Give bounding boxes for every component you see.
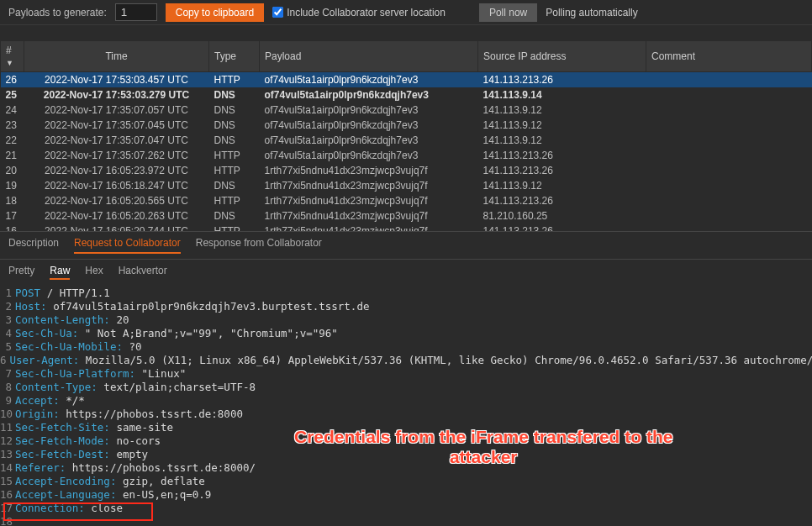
line-code: Accept-Encoding: gzip, deflate (15, 475, 205, 488)
editor-line: 8Content-Type: text/plain;charset=UTF-8 (0, 381, 812, 394)
line-number: 5 (0, 340, 15, 354)
line-number: 12 (0, 434, 15, 448)
line-code: Sec-Ch-Ua-Platform: "Linux" (15, 367, 186, 381)
line-number: 11 (0, 421, 15, 434)
line-number: 16 (0, 488, 15, 502)
col-num[interactable]: # ▼ (1, 41, 24, 72)
line-code: Content-Length: 20 (15, 313, 129, 327)
tab-request[interactable]: Request to Collaborator (74, 237, 181, 254)
line-number: 3 (0, 313, 15, 327)
line-number: 17 (0, 502, 15, 515)
table-row[interactable]: 172022-Nov-17 16:05:20.263 UTCDNS1rth77x… (1, 208, 812, 224)
line-code: Referer: https://phobos.tssrt.de:8000/ (15, 461, 256, 475)
line-code: Sec-Ch-Ua: " Not A;Brand";v="99", "Chrom… (15, 327, 338, 340)
line-number: 15 (0, 475, 15, 488)
editor-line: 2Host: of74vul5ta1airp0lpr9n6kzdqjh7ev3.… (0, 300, 812, 313)
editor-line: 16Accept-Language: en-US,en;q=0.9 (0, 488, 812, 502)
table-row[interactable]: 202022-Nov-17 16:05:23.972 UTCHTTP1rth77… (1, 163, 812, 178)
tab-raw[interactable]: Raw (50, 265, 70, 280)
tab-pretty[interactable]: Pretty (8, 265, 34, 280)
tab-response[interactable]: Response from Collaborator (196, 237, 322, 254)
request-editor[interactable]: 1POST / HTTP/1.12Host: of74vul5ta1airp0l… (0, 285, 812, 526)
line-code: Sec-Ch-Ua-Mobile: ?0 (15, 340, 142, 354)
line-number: 14 (0, 461, 15, 475)
line-number: 9 (0, 394, 15, 408)
editor-line: 7Sec-Ch-Ua-Platform: "Linux" (0, 367, 812, 381)
interactions-table-wrap: # ▼ Time Type Payload Source IP address … (0, 40, 812, 232)
line-code: Accept: */* (15, 394, 85, 408)
poll-button[interactable]: Poll now (479, 3, 537, 22)
sort-arrow-icon: ▼ (6, 59, 13, 67)
editor-line: 17Connection: close (0, 502, 812, 515)
col-type[interactable]: Type (209, 41, 260, 72)
table-row[interactable]: 222022-Nov-17 17:35:07.047 UTCDNSof74vul… (1, 133, 812, 148)
editor-line: 1POST / HTTP/1.1 (0, 287, 812, 300)
editor-line: 5Sec-Ch-Ua-Mobile: ?0 (0, 340, 812, 354)
col-comment[interactable]: Comment (646, 41, 812, 72)
line-code: Accept-Language: en-US,en;q=0.9 (15, 488, 211, 502)
line-number: 18 (0, 515, 15, 526)
toolbar: Payloads to generate: Copy to clipboard … (0, 0, 812, 25)
polling-status: Polling automatically (546, 7, 637, 18)
editor-line: 18 (0, 515, 812, 526)
table-row[interactable]: 262022-Nov-17 17:53:03.457 UTCHTTPof74vu… (1, 72, 812, 88)
line-code: Origin: https://phobos.tssrt.de:8000 (15, 408, 243, 421)
editor-line: 10Origin: https://phobos.tssrt.de:8000 (0, 408, 812, 421)
table-row[interactable]: 182022-Nov-17 16:05:20.565 UTCHTTP1rth77… (1, 193, 812, 208)
line-number: 2 (0, 300, 15, 313)
line-number: 10 (0, 408, 15, 421)
line-code: Sec-Fetch-Site: same-site (15, 421, 173, 434)
editor-line: 15Accept-Encoding: gzip, deflate (0, 475, 812, 488)
col-ip[interactable]: Source IP address (478, 41, 646, 72)
line-code: Host: of74vul5ta1airp0lpr9n6kzdqjh7ev3.b… (15, 300, 369, 313)
line-number: 4 (0, 327, 15, 340)
table-row[interactable]: 242022-Nov-17 17:35:07.057 UTCDNSof74vul… (1, 103, 812, 118)
include-label: Include Collaborator server location (287, 7, 446, 18)
editor-line: 11Sec-Fetch-Site: same-site (0, 421, 812, 434)
line-code: Sec-Fetch-Dest: empty (15, 448, 148, 461)
copy-button[interactable]: Copy to clipboard (166, 3, 264, 22)
line-number: 1 (0, 287, 15, 300)
payloads-input[interactable] (115, 3, 157, 21)
line-number: 13 (0, 448, 15, 461)
include-checkbox[interactable] (272, 7, 283, 18)
editor-line: 6User-Agent: Mozilla/5.0 (X11; Linux x86… (0, 354, 812, 367)
table-row[interactable]: 212022-Nov-17 17:35:07.262 UTCHTTPof74vu… (1, 148, 812, 163)
interactions-table: # ▼ Time Type Payload Source IP address … (0, 40, 812, 232)
include-checkbox-wrap[interactable]: Include Collaborator server location (272, 7, 446, 18)
tab-hex[interactable]: Hex (85, 265, 103, 280)
editor-line: 12Sec-Fetch-Mode: no-cors (0, 434, 812, 448)
col-time[interactable]: Time (24, 41, 209, 72)
tab-description[interactable]: Description (8, 237, 59, 254)
editor-line: 14Referer: https://phobos.tssrt.de:8000/ (0, 461, 812, 475)
view-tabs: Pretty Raw Hex Hackvertor (0, 260, 812, 285)
editor-line: 13Sec-Fetch-Dest: empty (0, 448, 812, 461)
payloads-label: Payloads to generate: (8, 7, 107, 18)
editor-line: 4Sec-Ch-Ua: " Not A;Brand";v="99", "Chro… (0, 327, 812, 340)
request-tabs: Description Request to Collaborator Resp… (0, 232, 812, 260)
line-code: User-Agent: Mozilla/5.0 (X11; Linux x86_… (10, 354, 812, 367)
editor-line: 9Accept: */* (0, 394, 812, 408)
line-number: 7 (0, 367, 15, 381)
line-number: 8 (0, 381, 15, 394)
editor-line: 3Content-Length: 20 (0, 313, 812, 327)
tab-hackvertor[interactable]: Hackvertor (119, 265, 167, 280)
table-row[interactable]: 252022-Nov-17 17:53:03.279 UTCDNSof74vul… (1, 87, 812, 103)
line-number: 6 (0, 354, 10, 367)
line-code: POST / HTTP/1.1 (15, 287, 110, 300)
table-row[interactable]: 162022-Nov-17 16:05:20.744 UTCHTTP1rth77… (1, 224, 812, 232)
col-payload[interactable]: Payload (260, 41, 478, 72)
table-row[interactable]: 232022-Nov-17 17:35:07.045 UTCDNSof74vul… (1, 118, 812, 133)
line-code: Content-Type: text/plain;charset=UTF-8 (15, 381, 256, 394)
line-code: Connection: close (15, 502, 123, 515)
line-code: Sec-Fetch-Mode: no-cors (15, 434, 161, 448)
table-row[interactable]: 192022-Nov-17 16:05:18.247 UTCDNS1rth77x… (1, 178, 812, 193)
